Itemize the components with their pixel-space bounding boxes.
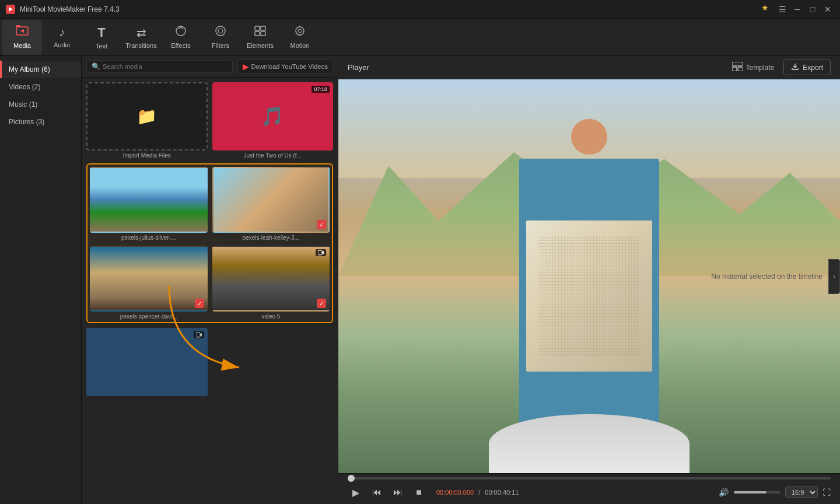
- app-title: MiniTool MovieMaker Free 7.4.3: [20, 5, 761, 13]
- video5-check: ✓: [317, 299, 326, 308]
- music-label: Music (1): [9, 100, 37, 108]
- folder-icon: 📁: [136, 107, 157, 126]
- media-toolbar: 🔍 ▶ Download YouTube Videos: [82, 56, 338, 78]
- stop-btn[interactable]: ■: [411, 484, 427, 501]
- player-header: Player Template Export: [338, 56, 840, 79]
- svg-rect-17: [732, 67, 737, 71]
- audio-thumb: 🎵 07:18: [212, 82, 334, 150]
- export-btn[interactable]: Export: [783, 60, 831, 75]
- media-item-video5[interactable]: ✓ video 5: [212, 246, 330, 320]
- toolbar-item-media[interactable]: Media: [2, 20, 42, 55]
- sidebar-item-videos[interactable]: Videos (2): [0, 78, 81, 96]
- filters-icon: [214, 25, 227, 40]
- template-btn[interactable]: Template: [732, 62, 775, 73]
- media-icon: [16, 25, 29, 40]
- selected-media-group: pexels-julius-silver-... ✓ pexels-leah-k…: [86, 163, 333, 324]
- import-label: Import Media Files: [86, 152, 208, 159]
- playhead-dot[interactable]: [348, 475, 355, 482]
- template-label: Template: [746, 64, 775, 72]
- sidebar-item-pictures[interactable]: Pictures (3): [0, 113, 81, 131]
- spencer-check: ✓: [195, 299, 204, 308]
- extra-thumb: [86, 328, 208, 396]
- total-time: 00:00:40:11: [485, 489, 519, 496]
- svg-rect-7: [261, 26, 265, 30]
- transitions-icon: ⇄: [136, 26, 146, 40]
- svg-marker-0: [9, 7, 13, 12]
- aspect-ratio-select[interactable]: 16:9 9:16 4:3 1:1: [785, 487, 818, 498]
- template-icon: [732, 62, 743, 73]
- toolbar-item-text[interactable]: T Text: [82, 20, 121, 55]
- toolbar-item-elements[interactable]: Elements: [240, 20, 280, 55]
- elements-label: Elements: [247, 42, 274, 49]
- import-thumb[interactable]: 📁: [86, 82, 208, 150]
- media-item-leah[interactable]: ✓ pexels-leah-kelley-3...: [212, 167, 330, 241]
- toolbar-item-audio[interactable]: ♪ Audio: [42, 20, 82, 55]
- download-youtube-btn[interactable]: ▶ Download YouTube Videos: [237, 60, 334, 74]
- hamburger-btn[interactable]: ☰: [776, 3, 789, 16]
- volume-btn[interactable]: 🔊: [715, 484, 732, 501]
- svg-point-10: [296, 27, 304, 35]
- transitions-label: Transitions: [125, 42, 156, 49]
- toolbar-item-effects[interactable]: Effects: [161, 20, 201, 55]
- search-icon: 🔍: [92, 62, 100, 71]
- svg-rect-18: [738, 67, 743, 71]
- svg-rect-6: [255, 26, 260, 30]
- maximize-btn[interactable]: □: [806, 3, 819, 16]
- my-album-label: My Album (6): [9, 65, 50, 74]
- star-icon: ★: [761, 3, 769, 16]
- motion-label: Motion: [290, 42, 309, 49]
- volume-control: 🔊: [715, 484, 780, 501]
- leah-check: ✓: [317, 220, 326, 229]
- videos-label: Videos (2): [9, 83, 40, 91]
- player-title: Player: [348, 63, 369, 72]
- media-item-audio[interactable]: 🎵 07:18 Just the Two of Us (f...: [212, 82, 334, 159]
- music-note-icon: 🎵: [261, 105, 284, 127]
- window-controls: ★ ☰ ─ □ ✕: [761, 3, 834, 16]
- export-label: Export: [803, 64, 823, 72]
- effects-icon: [174, 25, 187, 40]
- app-icon: [6, 5, 15, 14]
- fullscreen-btn[interactable]: ⛶: [822, 488, 831, 497]
- close-btn[interactable]: ✕: [821, 3, 834, 16]
- sidebar-item-my-album[interactable]: My Album (6): [0, 61, 81, 78]
- video5-label: video 5: [212, 313, 330, 320]
- audio-icon: ♪: [59, 26, 65, 39]
- toolbar-item-filters[interactable]: Filters: [201, 20, 240, 55]
- svg-point-3: [176, 26, 186, 36]
- minimize-btn[interactable]: ─: [791, 3, 804, 16]
- media-grid: 📁 Import Media Files 🎵 07:18 Just the Tw…: [82, 78, 338, 504]
- prev-btn[interactable]: ⏮: [369, 484, 385, 501]
- media-item-extra[interactable]: [86, 328, 208, 396]
- svg-point-5: [218, 29, 223, 33]
- filters-label: Filters: [212, 42, 229, 49]
- video5-badge: [316, 249, 326, 256]
- toolbar-item-motion[interactable]: Motion: [280, 20, 320, 55]
- player-video: › No material selected on the timeline: [338, 79, 840, 473]
- svg-rect-15: [196, 332, 200, 337]
- svg-rect-9: [261, 32, 265, 36]
- toolbar-item-transitions[interactable]: ⇄ Transitions: [121, 20, 161, 55]
- media-item-spencer[interactable]: ✓ pexels-spencer-davi...: [90, 246, 208, 320]
- effects-label: Effects: [171, 42, 190, 49]
- panel-collapse-btn[interactable]: ›: [828, 259, 840, 294]
- search-box: 🔍: [86, 60, 233, 73]
- play-btn[interactable]: ▶: [348, 484, 364, 501]
- progress-bar[interactable]: [348, 477, 831, 480]
- sidebar-item-music[interactable]: Music (1): [0, 96, 81, 113]
- media-item-import[interactable]: 📁 Import Media Files: [86, 82, 208, 159]
- no-material-message: No material selected on the timeline: [711, 272, 822, 281]
- leah-label: pexels-leah-kelley-3...: [212, 235, 330, 241]
- pictures-label: Pictures (3): [9, 118, 44, 126]
- search-input[interactable]: [103, 63, 228, 70]
- audio-duration: 07:18: [312, 86, 330, 93]
- next-btn[interactable]: ⏭: [390, 484, 406, 501]
- julius-thumb: [90, 167, 208, 233]
- youtube-icon: ▶: [243, 62, 249, 71]
- player-controls: ▶ ⏮ ⏭ ■ 00:00:00.000 / 00:00:40:11 🔊 16:…: [338, 473, 840, 504]
- volume-track[interactable]: [734, 491, 780, 494]
- elements-icon: [254, 25, 267, 40]
- video5-thumb: ✓: [212, 246, 330, 312]
- current-time: 00:00:00.000: [436, 489, 474, 496]
- media-item-julius[interactable]: pexels-julius-silver-...: [90, 167, 208, 241]
- media-label: Media: [13, 42, 31, 49]
